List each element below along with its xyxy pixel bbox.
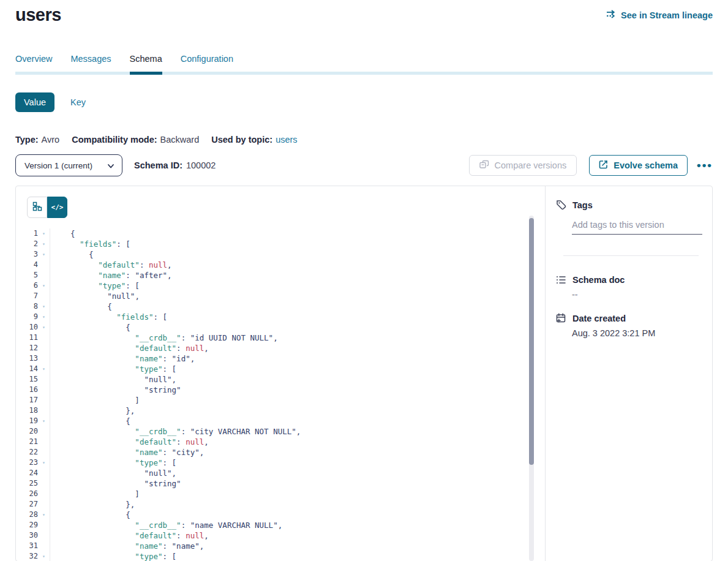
fold-arrow-icon[interactable]: ▾ [38, 301, 50, 312]
code-text: { [50, 510, 545, 520]
code-line[interactable]: 14▾ "type": [ [16, 364, 545, 374]
code-line[interactable]: 11 "__crdb__": "id UUID NOT NULL", [16, 333, 545, 343]
code-line[interactable]: 31 "name": "name", [16, 541, 545, 551]
fold-arrow-icon[interactable]: ▾ [38, 312, 50, 322]
chevron-down-icon [107, 162, 114, 170]
fold-spacer [38, 499, 50, 510]
line-number: 27 [16, 499, 38, 510]
line-number: 28 [16, 510, 38, 520]
code-line[interactable]: 26 ] [16, 489, 545, 499]
code-line[interactable]: 17 ] [16, 395, 545, 405]
schema-id-label: Schema ID: [134, 160, 182, 170]
editor-scrollbar-thumb[interactable] [529, 218, 534, 465]
evolve-schema-button[interactable]: Evolve schema [589, 155, 688, 176]
tab-configuration[interactable]: Configuration [181, 54, 233, 75]
code-view-icon: </> [51, 203, 64, 211]
code-line[interactable]: 25 "string" [16, 478, 545, 489]
tab-messages[interactable]: Messages [70, 54, 111, 75]
page-header: users See in Stream lineage [15, 5, 713, 25]
code-line[interactable]: 24 "null", [16, 468, 545, 478]
date-created-value: Aug. 3 2022 3:21 PM [572, 328, 702, 338]
fold-spacer [38, 489, 50, 499]
code-line[interactable]: 4 "default": null, [16, 260, 545, 270]
code-line[interactable]: 12 "default": null, [16, 343, 545, 353]
line-number: 22 [16, 447, 38, 457]
code-text: { [50, 416, 545, 426]
editor-scrollbar[interactable] [529, 216, 534, 561]
code-text: "default": null, [50, 437, 545, 447]
line-number: 8 [16, 301, 38, 312]
fold-arrow-icon[interactable]: ▾ [38, 416, 50, 426]
code-lines[interactable]: 1▾{2▾ "fields": [3▾ {4 "default": null,5… [16, 228, 545, 561]
fold-arrow-icon[interactable]: ▾ [38, 322, 50, 333]
see-in-stream-lineage-link[interactable]: See in Stream lineage [606, 10, 713, 20]
add-tags-input[interactable] [572, 220, 702, 235]
code-line[interactable]: 27 }, [16, 499, 545, 510]
evolve-schema-label: Evolve schema [614, 160, 678, 170]
fold-spacer [38, 374, 50, 385]
fold-spacer [38, 353, 50, 364]
fold-arrow-icon[interactable]: ▾ [38, 551, 50, 561]
code-text: "type": [ [50, 457, 545, 468]
fold-arrow-icon[interactable]: ▾ [38, 249, 50, 260]
key-button[interactable]: Key [70, 97, 86, 107]
fold-spacer [38, 270, 50, 280]
code-line[interactable]: 15 "null", [16, 374, 545, 385]
code-text: "__crdb__": "id UUID NOT NULL", [50, 333, 545, 343]
fold-spacer [38, 405, 50, 416]
code-line[interactable]: 9▾ "fields": [ [16, 312, 545, 322]
code-line[interactable]: 8▾ { [16, 301, 545, 312]
code-line[interactable]: 30 "default": null, [16, 530, 545, 541]
code-line[interactable]: 32▾ "type": [ [16, 551, 545, 561]
code-text: "name": "name", [50, 541, 545, 551]
fold-arrow-icon[interactable]: ▾ [38, 239, 50, 249]
schema-page: users See in Stream lineage Overview Mes… [0, 0, 728, 561]
line-number: 2 [16, 239, 38, 249]
line-number: 29 [16, 520, 38, 530]
fold-spacer [38, 395, 50, 405]
fold-arrow-icon[interactable]: ▾ [38, 457, 50, 468]
code-line[interactable]: 20 "__crdb__": "city VARCHAR NOT NULL", [16, 426, 545, 437]
fold-arrow-icon[interactable]: ▾ [38, 364, 50, 374]
more-actions-button[interactable]: ••• [697, 162, 713, 168]
code-line[interactable]: 21 "default": null, [16, 437, 545, 447]
fold-arrow-icon[interactable]: ▾ [38, 510, 50, 520]
fold-spacer [38, 426, 50, 437]
code-line[interactable]: 16 "string" [16, 385, 545, 395]
line-number: 11 [16, 333, 38, 343]
used-by-topic-label: Used by topic: [211, 135, 272, 145]
fold-spacer [38, 530, 50, 541]
code-text: "default": null, [50, 260, 545, 270]
code-line[interactable]: 3▾ { [16, 249, 545, 260]
compare-versions-button[interactable]: Compare versions [469, 155, 577, 176]
code-line[interactable]: 6▾ "type": [ [16, 280, 545, 291]
code-line[interactable]: 19▾ { [16, 416, 545, 426]
value-button[interactable]: Value [15, 92, 54, 112]
code-line[interactable]: 23▾ "type": [ [16, 457, 545, 468]
edit-icon [599, 160, 608, 171]
code-line[interactable]: 29 "__crdb__": "name VARCHAR NULL", [16, 520, 545, 530]
fold-arrow-icon[interactable]: ▾ [38, 228, 50, 239]
fold-arrow-icon[interactable]: ▾ [38, 280, 50, 291]
code-line[interactable]: 7 "null", [16, 291, 545, 301]
code-line[interactable]: 18 }, [16, 405, 545, 416]
code-text: "fields": [ [50, 239, 545, 249]
code-line[interactable]: 22 "name": "city", [16, 447, 545, 457]
code-view-button[interactable]: </> [47, 197, 67, 218]
tree-view-button[interactable] [27, 197, 47, 218]
list-icon [556, 275, 566, 285]
schema-doc-heading: Schema doc [556, 275, 702, 285]
tab-schema[interactable]: Schema [130, 54, 162, 75]
editor-view-toggle: </> [27, 197, 67, 218]
version-select[interactable]: Version 1 (current) [15, 154, 122, 176]
used-by-topic-link[interactable]: users [276, 135, 297, 145]
code-line[interactable]: 2▾ "fields": [ [16, 239, 545, 249]
code-line[interactable]: 28▾ { [16, 510, 545, 520]
code-line[interactable]: 10▾ { [16, 322, 545, 333]
code-line[interactable]: 5 "name": "after", [16, 270, 545, 280]
tab-overview[interactable]: Overview [15, 54, 52, 75]
code-text: "fields": [ [50, 312, 545, 322]
fold-spacer [38, 291, 50, 301]
code-line[interactable]: 1▾{ [16, 228, 545, 239]
code-line[interactable]: 13 "name": "id", [16, 353, 545, 364]
